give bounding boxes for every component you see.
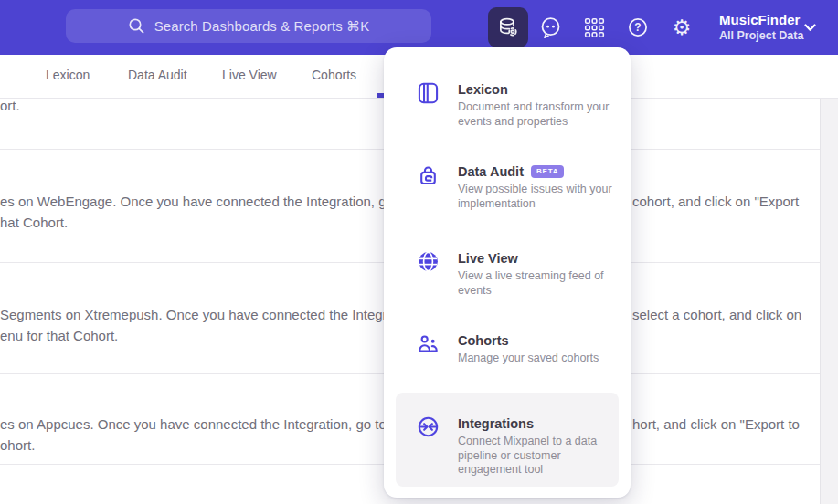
data-management-button[interactable] (488, 7, 528, 47)
project-switcher[interactable]: MusicFinder All Project Data (719, 11, 803, 44)
app-window: Search Dashboards & Reports ⌘K (0, 0, 838, 504)
search-input[interactable]: Search Dashboards & Reports ⌘K (66, 9, 431, 43)
tab-cohorts[interactable]: Cohorts (312, 68, 356, 82)
menu-item-data-audit[interactable]: Data Audit BETA View possible issues wit… (417, 163, 618, 211)
database-gear-icon (496, 16, 520, 39)
menu-item-integrations[interactable]: Integrations Connect Mixpanel to a data … (417, 415, 618, 478)
help-icon: ? (626, 16, 650, 39)
chevron-down-icon[interactable] (804, 24, 816, 32)
menu-item-description: Manage your saved cohorts (458, 352, 618, 366)
svg-text:?: ? (634, 21, 641, 34)
menu-item-description: View a live streaming feed of events (458, 269, 618, 298)
menu-item-cohorts[interactable]: Cohorts Manage your saved cohorts (417, 331, 618, 366)
search-icon (128, 17, 145, 35)
beta-badge: BETA (531, 165, 564, 178)
menu-item-description: View possible issues with your implement… (458, 183, 618, 211)
globe-icon (417, 250, 440, 298)
feedback-button[interactable] (530, 7, 570, 47)
apps-grid-button[interactable] (574, 7, 614, 47)
menu-item-title: Integrations (458, 415, 534, 433)
search-placeholder: Search Dashboards & Reports ⌘K (154, 18, 370, 35)
integration-row-text-right: hort, and click on "Export to (632, 414, 800, 435)
content-gutter (820, 98, 838, 504)
project-name: MusicFinder (719, 11, 803, 28)
top-nav-bar: Search Dashboards & Reports ⌘K (0, 0, 838, 55)
grid-icon (583, 16, 606, 39)
project-scope: All Project Data (719, 28, 803, 44)
menu-item-lexicon[interactable]: Lexicon Document and transform your even… (417, 80, 618, 129)
gear-icon: ⚙ (673, 17, 692, 38)
tab-data-audit[interactable]: Data Audit (128, 68, 187, 82)
menu-item-live-view[interactable]: Live View View a live streaming feed of … (417, 249, 618, 298)
integration-row-text-right: cohort, and click on "Export (632, 191, 799, 212)
menu-item-title: Lexicon (458, 80, 508, 99)
help-button[interactable]: ? (618, 7, 658, 47)
data-management-dropdown: Lexicon Document and transform your even… (384, 47, 631, 498)
integration-row-text: es on Appcues. Once you have connected t… (0, 414, 424, 456)
message-face-icon (538, 16, 563, 40)
book-icon (417, 81, 440, 129)
tab-live-view[interactable]: Live View (222, 68, 277, 82)
menu-item-description: Connect Mixpanel to a data pipeline or c… (458, 435, 618, 478)
menu-item-description: Document and transform your events and p… (458, 100, 618, 129)
menu-item-title: Cohorts (458, 331, 509, 350)
settings-button[interactable]: ⚙ (662, 7, 702, 47)
people-icon (417, 332, 440, 366)
integration-row-text: es on WebEngage. Once you have connected… (0, 191, 432, 233)
menu-item-title: Data Audit (458, 163, 524, 181)
integration-row-text: Segments on Xtremepush. Once you have co… (0, 304, 420, 346)
sync-arrows-icon (417, 415, 440, 478)
audit-lock-icon (417, 163, 440, 211)
menu-item-title: Live View (458, 249, 518, 268)
tab-lexicon[interactable]: Lexicon (46, 68, 90, 82)
integration-row-text-right: select a cohort, and click on (632, 304, 801, 325)
